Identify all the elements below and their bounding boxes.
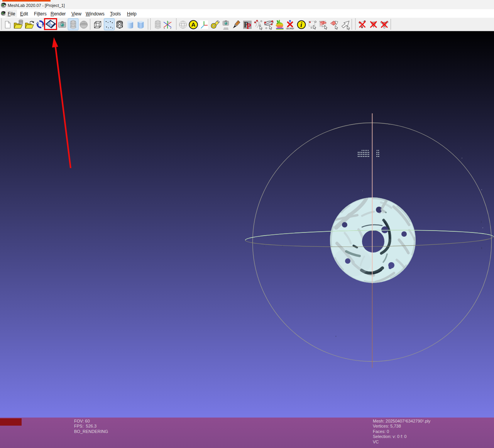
svg-text:z: z xyxy=(164,27,165,29)
svg-text:P: P xyxy=(247,22,251,30)
svg-text:i: i xyxy=(300,21,302,29)
svg-text:A: A xyxy=(191,21,196,28)
svg-text:y: y xyxy=(168,21,169,23)
svg-text:GEOREF: GEOREF xyxy=(286,27,294,30)
